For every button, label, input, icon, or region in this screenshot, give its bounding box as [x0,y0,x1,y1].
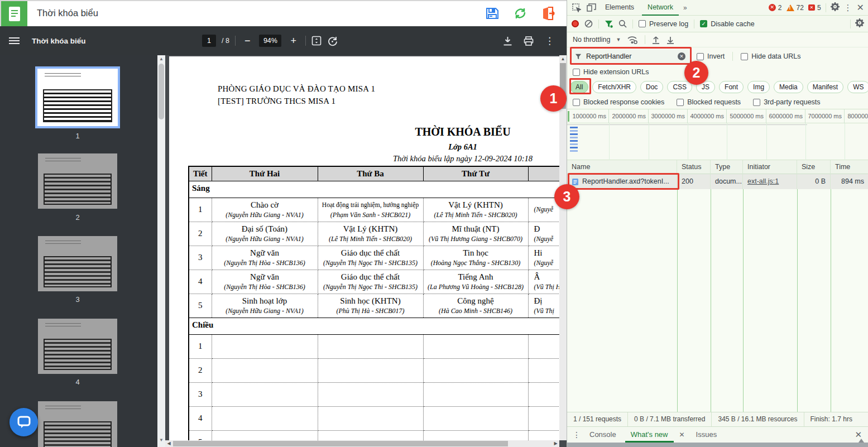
clear-filter-icon[interactable]: ✕ [678,52,685,60]
import-har-button[interactable] [652,36,660,44]
section-afternoon: Chiều [189,318,559,334]
request-size-cell[interactable]: 0 B [797,174,831,189]
scroll-down-icon[interactable]: ▼ [157,436,165,444]
page-thumbnail-1[interactable] [35,66,120,128]
column-header-status[interactable]: Status [677,160,711,174]
filter-chip-media[interactable]: Media [774,81,803,93]
refresh-button[interactable] [513,6,527,21]
column-header-size[interactable]: Size [797,160,831,174]
checkbox-unchecked[interactable] [741,53,748,60]
request-initiator-cell[interactable]: ext-all.js:1 [743,174,797,189]
hide-extension-urls-checkbox[interactable]: Hide extension URLs [573,68,649,76]
preserve-log-checkbox[interactable]: Preserve log [639,20,688,28]
checkbox-unchecked[interactable] [573,99,580,106]
network-filter-input[interactable]: ReportHandler ✕ [572,50,689,63]
checkbox-unchecked[interactable] [753,99,760,106]
filter-chip-all[interactable]: All [570,81,588,93]
tab-network[interactable]: Network [642,0,679,16]
scrollbar-thumb[interactable] [173,441,508,446]
drawer-tab-whats-new[interactable]: What's new [625,427,674,443]
devtools-close-button[interactable]: ✕ [857,2,864,13]
sidebar-toggle-button[interactable] [9,37,20,45]
devtools-menu-button[interactable]: ⋮ [844,3,852,13]
checkbox-checked[interactable]: ✓ [700,20,707,27]
invert-checkbox[interactable]: Invert [697,52,725,60]
disable-cache-checkbox[interactable]: ✓ Disable cache [700,20,755,28]
search-network-button[interactable] [618,20,627,28]
network-conditions-button[interactable] [627,36,638,44]
throttling-dropdown[interactable]: No throttling ▼ [573,36,621,44]
scrollbar-thumb[interactable] [159,64,164,119]
column-header-name[interactable]: Name [567,160,677,174]
request-row[interactable]: ReportHandler.axd?tokenI... 200 docum...… [567,174,868,189]
warning-badge[interactable]: 72 [787,4,804,12]
drawer-tab-console[interactable]: Console [584,427,622,443]
drawer-tab-issues[interactable]: Issues [690,427,723,443]
download-button[interactable] [503,36,512,46]
rotate-button[interactable] [327,36,338,46]
checkbox-unchecked[interactable] [677,99,684,106]
scroll-up-icon[interactable]: ▲ [157,55,165,63]
more-options-button[interactable]: ⋮ [545,35,554,47]
app-logo [1,1,27,27]
network-settings-button[interactable] [855,18,864,29]
column-header-time[interactable]: Time [831,160,868,174]
close-whats-new-icon[interactable]: ✕ [677,431,687,439]
scroll-right-icon[interactable]: ▶ [552,440,559,447]
request-status-cell[interactable]: 200 [677,174,711,189]
export-har-button[interactable] [666,36,674,44]
chat-support-button[interactable] [9,408,38,436]
sidebar-scrollbar[interactable]: ▲ ▼ [157,55,165,447]
filter-chip-img[interactable]: Img [747,81,770,93]
page-thumbnail-3[interactable] [38,236,117,291]
record-network-button[interactable] [572,20,579,27]
initiator-link[interactable]: ext-all.js:1 [747,174,779,189]
hide-data-urls-checkbox[interactable]: Hide data URLs [741,52,800,60]
third-party-requests-checkbox[interactable]: 3rd-party requests [753,98,820,106]
request-name-cell[interactable]: ReportHandler.axd?tokenI... [567,174,677,189]
exit-button[interactable] [541,6,555,21]
scroll-up-icon[interactable]: ▲ [559,55,567,63]
checkbox-unchecked[interactable] [697,53,704,60]
filter-toggle-button[interactable] [605,20,613,28]
inspect-element-button[interactable] [570,3,583,12]
more-tabs-button[interactable]: » [681,4,688,12]
issues-badge[interactable]: ✕5 [808,4,821,12]
zoom-in-button[interactable]: + [287,35,300,47]
error-badge[interactable]: ✕2 [769,4,782,12]
pdf-horizontal-scrollbar[interactable]: ◀ ▶ [165,440,559,447]
print-button[interactable] [524,36,534,46]
network-overview[interactable] [567,123,868,160]
column-header-type[interactable]: Type [711,160,743,174]
filter-chip-manifest[interactable]: Manifest [807,81,843,93]
column-header-initiator[interactable]: Initiator [743,160,797,174]
thumb-header-lines [45,241,81,245]
filter-chip-ws[interactable]: WS [847,81,868,93]
clear-network-button[interactable] [584,20,593,28]
page-thumbnail-5[interactable] [38,401,117,447]
save-button[interactable] [485,6,500,21]
blocked-requests-checkbox[interactable]: Blocked requests [677,98,741,106]
filter-chip-css[interactable]: CSS [667,81,692,93]
checkbox-unchecked[interactable] [639,20,646,27]
filter-chip-fetch-xhr[interactable]: Fetch/XHR [592,81,636,93]
page-thumbnail-4[interactable] [38,319,117,374]
checkbox-unchecked[interactable] [573,69,580,76]
devtools-bottom-scrollbar[interactable] [567,443,868,447]
page-number-input[interactable]: 1 [202,35,216,47]
page-thumbnail-2[interactable] [38,153,117,209]
pdf-vertical-scrollbar[interactable]: ▲ [559,55,567,440]
tab-elements[interactable]: Elements [600,0,640,16]
blocked-response-cookies-checkbox[interactable]: Blocked response cookies [573,98,664,106]
drawer-menu-button[interactable]: ⋮ [573,430,581,439]
scroll-left-icon[interactable]: ◀ [165,440,172,447]
zoom-out-button[interactable]: − [241,35,254,47]
devtools-settings-button[interactable] [831,2,840,13]
filter-chip-font[interactable]: Font [719,81,744,93]
filter-chip-doc[interactable]: Doc [640,81,663,93]
device-toolbar-button[interactable] [585,3,597,12]
request-time-cell[interactable]: 894 ms [831,174,868,189]
request-type-cell[interactable]: docum... [711,174,743,189]
zoom-level-input[interactable]: 94% [259,35,281,47]
fit-page-button[interactable] [311,36,322,46]
